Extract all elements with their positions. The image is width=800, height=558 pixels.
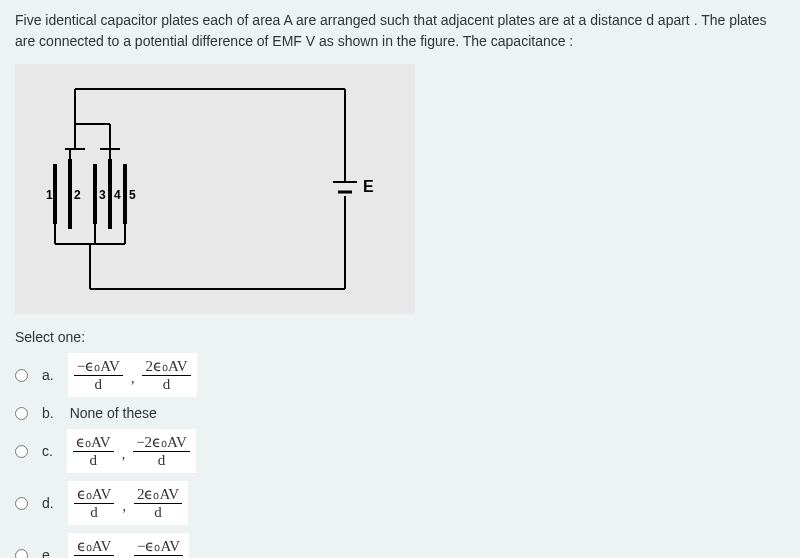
options-list: a. −ϵ₀AV d , 2ϵ₀AV d b. None of these c.…: [15, 353, 785, 558]
plate-label-5: 5: [129, 188, 136, 202]
option-b-radio[interactable]: [15, 407, 28, 420]
option-a-formula: −ϵ₀AV d , 2ϵ₀AV d: [68, 353, 197, 397]
circuit-figure: 1 2 3 4 5 E: [15, 64, 415, 314]
emf-label: E: [363, 178, 374, 195]
option-d[interactable]: d. ϵ₀AV d , 2ϵ₀AV d: [15, 481, 785, 525]
option-d-radio[interactable]: [15, 497, 28, 510]
option-a-radio[interactable]: [15, 369, 28, 382]
option-d-formula: ϵ₀AV d , 2ϵ₀AV d: [68, 481, 188, 525]
option-c-radio[interactable]: [15, 445, 28, 458]
option-d-letter: d.: [42, 495, 54, 511]
plate-label-1: 1: [46, 188, 53, 202]
option-e[interactable]: e. ϵ₀AV d , −ϵ₀AV d: [15, 533, 785, 558]
plate-label-3: 3: [99, 188, 106, 202]
option-a-letter: a.: [42, 367, 54, 383]
option-b[interactable]: b. None of these: [15, 405, 785, 421]
select-one-label: Select one:: [15, 329, 785, 345]
option-b-letter: b.: [42, 405, 54, 421]
option-e-formula: ϵ₀AV d , −ϵ₀AV d: [68, 533, 189, 558]
option-c-formula: ϵ₀AV d , −2ϵ₀AV d: [67, 429, 196, 473]
option-c-letter: c.: [42, 443, 53, 459]
option-e-radio[interactable]: [15, 549, 28, 559]
option-c[interactable]: c. ϵ₀AV d , −2ϵ₀AV d: [15, 429, 785, 473]
option-b-text: None of these: [68, 405, 157, 421]
option-e-letter: e.: [42, 547, 54, 558]
plate-label-2: 2: [74, 188, 81, 202]
question-text: Five identical capacitor plates each of …: [15, 10, 785, 52]
plate-label-4: 4: [114, 188, 121, 202]
option-a[interactable]: a. −ϵ₀AV d , 2ϵ₀AV d: [15, 353, 785, 397]
